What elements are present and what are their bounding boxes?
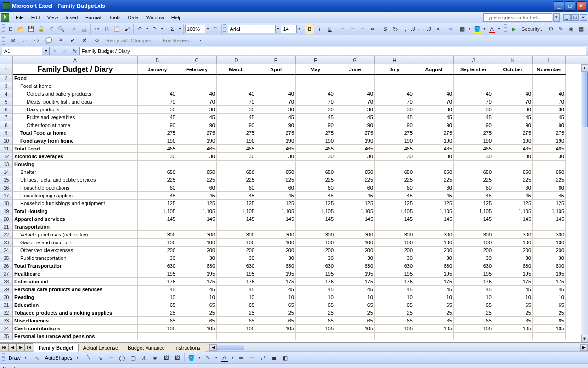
- cell-value[interactable]: 650: [454, 168, 493, 176]
- cell-value[interactable]: 45: [414, 286, 454, 293]
- cell-value[interactable]: [493, 223, 533, 231]
- cell-value[interactable]: 630: [414, 262, 454, 270]
- cell-value[interactable]: 175: [296, 278, 335, 286]
- cell-value[interactable]: 145: [375, 215, 414, 223]
- cell-value[interactable]: 30: [454, 153, 493, 161]
- cell-value[interactable]: 10: [138, 293, 177, 301]
- cell-value[interactable]: 190: [296, 137, 335, 145]
- paste-icon[interactable]: 📋: [112, 24, 122, 34]
- month-header[interactable]: October: [493, 64, 533, 75]
- toolbar-grip[interactable]: [2, 24, 5, 34]
- cell-value[interactable]: 45: [375, 114, 414, 121]
- new-icon[interactable]: 🗋: [6, 24, 16, 34]
- cell-value[interactable]: 30: [138, 254, 177, 262]
- cell-value[interactable]: 30: [217, 153, 256, 161]
- cell-value[interactable]: 70: [375, 98, 414, 106]
- row-header[interactable]: 4: [0, 90, 13, 98]
- cell-value[interactable]: 1,105: [533, 207, 566, 215]
- cell-value[interactable]: 90: [375, 121, 414, 129]
- cell-value[interactable]: 30: [177, 254, 217, 262]
- cell-label[interactable]: Healthcare: [13, 270, 138, 278]
- cell-value[interactable]: 45: [493, 114, 533, 121]
- cell-value[interactable]: 65: [414, 301, 454, 309]
- cell-value[interactable]: 195: [217, 270, 256, 278]
- cell-value[interactable]: 125: [296, 200, 335, 207]
- cell-value[interactable]: 190: [533, 137, 566, 145]
- cell-value[interactable]: 125: [335, 200, 375, 207]
- cell-value[interactable]: 10: [296, 293, 335, 301]
- undo-icon[interactable]: ↶: [135, 24, 145, 34]
- cell-value[interactable]: 1,105: [296, 207, 335, 215]
- cell-value[interactable]: 175: [454, 278, 493, 286]
- cell-value[interactable]: 30: [217, 106, 256, 114]
- cell-value[interactable]: [375, 333, 414, 340]
- menu-window[interactable]: Window: [142, 13, 168, 22]
- cell-value[interactable]: 60: [177, 184, 217, 192]
- macro-icon-4[interactable]: ▤: [577, 24, 586, 34]
- cell-value[interactable]: 65: [335, 301, 375, 309]
- cell-value[interactable]: [256, 333, 296, 340]
- increase-indent-icon[interactable]: ⇥: [445, 24, 454, 34]
- review-flag-icon[interactable]: 🏳: [56, 35, 66, 46]
- cell-value[interactable]: 105: [375, 325, 414, 333]
- cell-label[interactable]: Reading: [13, 293, 138, 301]
- cell-value[interactable]: 45: [138, 192, 177, 200]
- cell-value[interactable]: 65: [335, 317, 375, 325]
- cell-value[interactable]: 145: [217, 215, 256, 223]
- cancel-formula-icon[interactable]: ✕: [50, 46, 60, 56]
- cell-value[interactable]: 100: [138, 239, 177, 247]
- row-header[interactable]: 29: [0, 286, 13, 293]
- cell-value[interactable]: 70: [296, 98, 335, 106]
- cell-value[interactable]: 45: [217, 286, 256, 293]
- cell-value[interactable]: 45: [375, 192, 414, 200]
- rectangle-icon[interactable]: ▭: [106, 353, 116, 363]
- cell-value[interactable]: 10: [256, 293, 296, 301]
- format-painter-icon[interactable]: 🖌: [122, 24, 132, 34]
- cell-label[interactable]: Shelter: [13, 168, 138, 176]
- cell-value[interactable]: 40: [335, 90, 375, 98]
- row-header[interactable]: 14: [0, 168, 13, 176]
- cell-value[interactable]: 190: [414, 137, 454, 145]
- cell-value[interactable]: 30: [256, 254, 296, 262]
- cell-label[interactable]: Public transportation: [13, 254, 138, 262]
- cell-value[interactable]: 65: [256, 317, 296, 325]
- cell-value[interactable]: 195: [296, 270, 335, 278]
- cell-value[interactable]: [414, 223, 454, 231]
- cell-value[interactable]: 100: [533, 239, 566, 247]
- cell-value[interactable]: 65: [138, 301, 177, 309]
- autosum-dropdown[interactable]: ▼: [177, 27, 181, 30]
- cell-value[interactable]: 30: [296, 106, 335, 114]
- merge-center-icon[interactable]: ⬌: [368, 24, 378, 34]
- cell-value[interactable]: 100: [454, 239, 493, 247]
- cell-value[interactable]: [454, 161, 493, 168]
- scroll-right-arrow[interactable]: ▶: [580, 344, 588, 351]
- cell-value[interactable]: 30: [256, 106, 296, 114]
- cell-value[interactable]: 175: [217, 278, 256, 286]
- cell-value[interactable]: 45: [533, 286, 566, 293]
- cell-value[interactable]: 10: [217, 293, 256, 301]
- cell-value[interactable]: 175: [335, 278, 375, 286]
- cell-value[interactable]: 25: [335, 309, 375, 317]
- cell-value[interactable]: [138, 82, 177, 90]
- cell-label[interactable]: Cereals and bakery products: [13, 90, 138, 98]
- cell-value[interactable]: 10: [533, 293, 566, 301]
- cell-value[interactable]: 60: [375, 184, 414, 192]
- cell-value[interactable]: 200: [138, 247, 177, 254]
- cell-value[interactable]: 225: [414, 176, 454, 184]
- cell-value[interactable]: 630: [217, 262, 256, 270]
- cell-value[interactable]: 630: [533, 262, 566, 270]
- cell-value[interactable]: 1,105: [217, 207, 256, 215]
- undo-dropdown[interactable]: ▼: [145, 27, 149, 30]
- cell-value[interactable]: 200: [375, 247, 414, 254]
- help-search-input[interactable]: [483, 13, 552, 22]
- cell-value[interactable]: 300: [177, 231, 217, 239]
- cell-value[interactable]: [256, 223, 296, 231]
- cell-value[interactable]: [414, 82, 454, 90]
- cell-value[interactable]: 60: [533, 184, 566, 192]
- cell-value[interactable]: 25: [217, 309, 256, 317]
- cell-value[interactable]: 30: [454, 254, 493, 262]
- row-header[interactable]: 10: [0, 137, 13, 145]
- print-preview-icon[interactable]: 🔍: [57, 24, 66, 34]
- cell-value[interactable]: [533, 333, 566, 340]
- font-name-combo[interactable]: Arial: [228, 25, 276, 33]
